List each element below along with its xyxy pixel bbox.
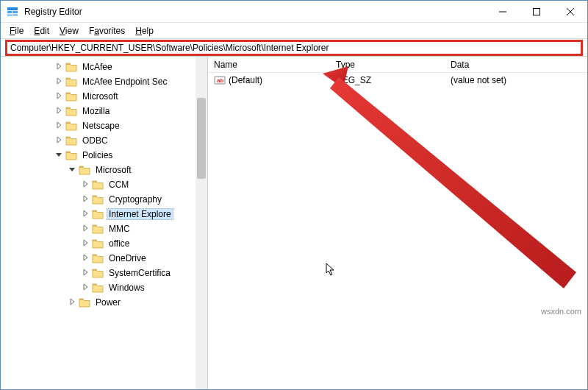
tree-node[interactable]: SystemCertifica <box>1 266 196 280</box>
tree-node-label: Netscape <box>80 120 122 132</box>
menu-help[interactable]: Help <box>131 24 158 38</box>
value-name: (Default) <box>229 75 262 85</box>
folder-icon <box>92 283 104 293</box>
menu-favorites[interactable]: Favorites <box>85 24 129 38</box>
chevron-right-icon[interactable] <box>54 107 64 116</box>
window-title: Registry Editor <box>24 7 486 17</box>
folder-icon <box>79 165 90 175</box>
chevron-right-icon[interactable] <box>54 77 64 86</box>
scrollbar-thumb[interactable] <box>197 98 206 179</box>
value-name-cell: ab (Default) <box>208 74 330 86</box>
chevron-right-icon[interactable] <box>54 136 64 145</box>
tree-node[interactable]: Power <box>1 295 196 310</box>
folder-icon <box>65 62 77 72</box>
registry-editor-window: Registry Editor File Edit View Favorites… <box>0 0 588 390</box>
tree-node[interactable]: OneDrive <box>1 251 196 266</box>
chevron-down-icon[interactable] <box>54 151 64 160</box>
tree-node-label: Windows <box>107 282 147 294</box>
body: McAfeeMcAfee Endpoint SecMicrosoftMozill… <box>1 57 587 389</box>
menu-view[interactable]: View <box>55 24 83 38</box>
values-list[interactable]: ab (Default) REG_SZ (value not set) <box>208 73 587 389</box>
chevron-right-icon[interactable] <box>80 224 90 233</box>
tree-node-label: Internet Explore <box>107 208 173 220</box>
svg-rect-3 <box>7 14 12 16</box>
tree-node-label: MMC <box>107 223 132 235</box>
tree-node[interactable]: McAfee Endpoint Sec <box>1 74 196 89</box>
tree-node[interactable]: CCM <box>1 177 196 192</box>
folder-icon <box>79 297 90 308</box>
tree-node-label: SystemCertifica <box>107 267 173 279</box>
menubar: File Edit View Favorites Help <box>1 23 587 39</box>
tree-node[interactable]: Microsoft <box>1 89 196 104</box>
cursor-icon <box>326 263 337 280</box>
value-type: REG_SZ <box>330 75 445 85</box>
chevron-right-icon[interactable] <box>80 254 90 263</box>
tree-node[interactable]: MMC <box>1 221 196 236</box>
chevron-right-icon[interactable] <box>67 298 77 307</box>
chevron-right-icon[interactable] <box>80 269 90 277</box>
chevron-right-icon[interactable] <box>54 92 64 101</box>
value-data: (value not set) <box>445 75 587 85</box>
svg-rect-2 <box>12 11 18 13</box>
menu-edit[interactable]: Edit <box>29 24 54 38</box>
tree-node-label: office <box>107 238 132 249</box>
folder-icon <box>92 194 104 205</box>
svg-rect-1 <box>7 11 12 13</box>
tree-node-label: Power <box>93 297 123 308</box>
folder-icon <box>92 224 104 234</box>
close-button[interactable] <box>553 1 587 22</box>
list-row[interactable]: ab (Default) REG_SZ (value not set) <box>208 73 587 88</box>
chevron-right-icon[interactable] <box>54 121 64 130</box>
tree-node-label: Policies <box>80 149 115 161</box>
chevron-right-icon[interactable] <box>54 63 64 71</box>
minimize-button[interactable] <box>486 1 520 22</box>
chevron-right-icon[interactable] <box>80 195 90 204</box>
tree-node[interactable]: Netscape <box>1 118 196 133</box>
folder-icon <box>65 150 77 160</box>
watermark: wsxdn.com <box>541 307 581 316</box>
tree-node-label: Mozilla <box>80 105 112 117</box>
tree-node[interactable]: Mozilla <box>1 104 196 118</box>
tree-node[interactable]: office <box>1 236 196 251</box>
values-header: Name Type Data <box>208 57 587 73</box>
tree[interactable]: McAfeeMcAfee Endpoint SecMicrosoftMozill… <box>1 57 196 389</box>
col-header-type[interactable]: Type <box>330 60 445 70</box>
titlebar[interactable]: Registry Editor <box>1 1 587 23</box>
window-controls <box>486 1 587 22</box>
folder-icon <box>65 121 77 131</box>
svg-rect-4 <box>12 14 18 16</box>
folder-icon <box>92 253 104 263</box>
chevron-down-icon[interactable] <box>67 166 77 174</box>
folder-icon <box>65 91 77 102</box>
tree-node-label: ODBC <box>80 135 110 146</box>
folder-icon <box>65 106 77 116</box>
folder-icon <box>65 77 77 87</box>
tree-node[interactable]: Cryptography <box>1 192 196 207</box>
tree-node-label: Microsoft <box>80 91 121 102</box>
chevron-right-icon[interactable] <box>80 283 90 292</box>
tree-pane: McAfeeMcAfee Endpoint SecMicrosoftMozill… <box>1 57 208 389</box>
address-text: Computer\HKEY_CURRENT_USER\Software\Poli… <box>10 43 329 53</box>
col-header-name[interactable]: Name <box>208 60 330 70</box>
tree-node-label: McAfee Endpoint Sec <box>80 76 169 88</box>
string-value-icon: ab <box>214 74 226 86</box>
address-bar[interactable]: Computer\HKEY_CURRENT_USER\Software\Poli… <box>5 40 583 56</box>
tree-node-label: Cryptography <box>107 194 164 205</box>
folder-icon <box>92 268 104 278</box>
chevron-right-icon[interactable] <box>80 210 90 219</box>
tree-node[interactable]: Microsoft <box>1 163 196 177</box>
chevron-right-icon[interactable] <box>80 180 90 189</box>
tree-node[interactable]: McAfee <box>1 60 196 74</box>
tree-node[interactable]: Windows <box>1 280 196 295</box>
maximize-button[interactable] <box>520 1 553 22</box>
folder-icon <box>92 238 104 249</box>
chevron-right-icon[interactable] <box>80 239 90 248</box>
menu-file[interactable]: File <box>5 24 28 38</box>
tree-node[interactable]: Internet Explore <box>1 207 196 221</box>
tree-node[interactable]: Policies <box>1 148 196 163</box>
folder-icon <box>65 135 77 146</box>
col-header-data[interactable]: Data <box>445 60 587 70</box>
folder-icon <box>92 180 104 190</box>
tree-scrollbar[interactable] <box>196 57 207 389</box>
tree-node[interactable]: ODBC <box>1 133 196 148</box>
